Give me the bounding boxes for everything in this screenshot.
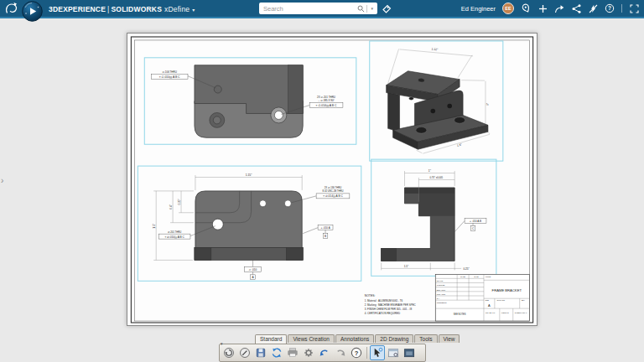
panel-options-icon[interactable] xyxy=(386,345,401,360)
standard-toolbar: ? xyxy=(219,344,426,362)
tab-standard[interactable]: Standard xyxy=(255,334,287,344)
redo-icon[interactable] xyxy=(333,345,348,360)
title-block: NAME DATE DRAWN CHECKED ENG APPR. MFG AP… xyxy=(435,274,529,321)
svg-text:SIZE: SIZE xyxy=(485,299,489,301)
svg-text:⟂ .010 A: ⟂ .010 A xyxy=(320,226,330,230)
3ds-compass-logo-icon[interactable] xyxy=(4,2,18,19)
top-bar: 3DEXPERIENCE|SOLIDWORKSxDefine▾ ▾ Ed Eng… xyxy=(0,0,644,18)
search-options-chevron-icon[interactable]: ▾ xyxy=(369,6,375,11)
front-dim-flange[interactable]: 0.20" xyxy=(178,199,181,204)
search-icon[interactable] xyxy=(357,5,365,13)
svg-text:3. FINISH CHEM FILM PER 305 -: 3. FINISH CHEM FILM PER 305 - 001 - #8 xyxy=(365,308,413,311)
drawing-title: FRAME BRACKET xyxy=(492,288,522,292)
svg-text:SCALE: 1:1: SCALE: 1:1 xyxy=(486,312,496,313)
svg-text:⌵ ∅.385 X 90°: ⌵ ∅.385 X 90° xyxy=(318,99,335,102)
toolbar-overflow-chevron-icon[interactable]: ▾ xyxy=(221,341,223,346)
settings-gear-icon[interactable] xyxy=(301,345,316,360)
front-dim-height[interactable]: 1.5" xyxy=(153,223,156,229)
lifecycle-icon[interactable] xyxy=(221,345,236,360)
iso-dim-width[interactable]: 1.12" xyxy=(431,48,439,52)
app-title: 3DEXPERIENCE|SOLIDWORKSxDefine▾ xyxy=(49,5,195,13)
undo-icon[interactable] xyxy=(317,345,332,360)
drawing-notes[interactable]: NOTES: 1. Material : ALUMINUM 6061 - T6 … xyxy=(365,294,417,315)
svg-text:?: ? xyxy=(608,5,611,11)
svg-text:DATE: DATE xyxy=(474,276,479,277)
app-menu-chevron-icon[interactable]: ▾ xyxy=(192,8,195,13)
tab-view[interactable]: View xyxy=(439,334,460,343)
search-input[interactable] xyxy=(259,5,357,13)
svg-text:1. Material : ALUMINUM 6061 -: 1. Material : ALUMINUM 6061 - T6 xyxy=(365,299,403,303)
top-view[interactable]: ∅.106 THRU ⌖ ∅.010Ⓜ A B C 2X ∅.201 THRU … xyxy=(151,65,343,138)
add-icon[interactable] xyxy=(538,3,548,13)
svg-text:4. CERTIFICATION REQUIRED: 4. CERTIFICATION REQUIRED xyxy=(365,312,400,315)
sync-icon[interactable] xyxy=(269,345,284,360)
svg-text:NOTES:: NOTES: xyxy=(365,294,376,297)
side-dim-top[interactable]: 1" xyxy=(428,169,432,173)
avatar[interactable]: EE xyxy=(502,3,514,14)
tab-annotations[interactable]: Annotations xyxy=(335,334,374,343)
svg-text:⌖ ∅.010Ⓜ A B C: ⌖ ∅.010Ⓜ A B C xyxy=(164,235,184,239)
front-view[interactable]: 1.15" 1.5" 0.4" 0.20" 2X ∅.136 THRU 8-32… xyxy=(153,173,350,279)
tab-tools[interactable]: Tools xyxy=(414,334,437,343)
revision-icon[interactable] xyxy=(237,345,252,360)
svg-text:MFG APPR.: MFG APPR. xyxy=(437,293,446,295)
front-flat-fcf[interactable]: ▱ .010 A xyxy=(245,260,262,279)
svg-text:∅.201 THRU: ∅.201 THRU xyxy=(168,230,181,234)
svg-text:DWG. NO.: DWG. NO. xyxy=(497,299,506,301)
display-panel-icon[interactable] xyxy=(402,345,417,360)
top-bar-divider xyxy=(621,4,622,13)
front-dim-width[interactable]: 1.15" xyxy=(246,173,253,177)
svg-text:SHEET 1 OF 1: SHEET 1 OF 1 xyxy=(515,312,527,313)
share-forward-icon[interactable] xyxy=(554,3,564,13)
toolbar-separator xyxy=(366,347,367,359)
side-dim-wall[interactable]: 0.25" xyxy=(463,267,469,271)
tab-views-creation[interactable]: Views Creation xyxy=(288,334,335,343)
svg-text:TITLE:: TITLE: xyxy=(486,276,491,277)
svg-text:REV: REV xyxy=(522,299,526,301)
select-tool-icon[interactable] xyxy=(370,345,385,360)
fullscreen-icon[interactable] xyxy=(629,3,639,13)
svg-text:CHECKED: CHECKED xyxy=(437,284,445,286)
brand-3dexperience: 3DEXPERIENCE xyxy=(49,5,106,13)
iso-view[interactable]: 1.12" 1" 1.5" xyxy=(387,48,490,154)
pin-icon[interactable] xyxy=(521,3,531,13)
side-view[interactable]: 1" 0.73" ±0.005 1.5" 0.25" ⟂ .010 A B C xyxy=(382,169,486,271)
svg-text:▱ .010: ▱ .010 xyxy=(249,268,257,272)
toolbar-help-icon[interactable]: ? xyxy=(349,345,364,360)
shortcut-slash-icon[interactable] xyxy=(588,3,598,13)
front-dim-step[interactable]: 0.4" xyxy=(169,204,173,209)
print-icon[interactable] xyxy=(285,345,300,360)
drawing-sheet[interactable]: ∅.106 THRU ⌖ ∅.010Ⓜ A B C 2X ∅.201 THRU … xyxy=(127,33,538,326)
app-window: 3DEXPERIENCE|SOLIDWORKSxDefine▾ ▾ Ed Eng… xyxy=(0,0,644,362)
svg-text:Q.A.: Q.A. xyxy=(437,297,440,299)
side-dim-flange[interactable]: 0.73" ±0.005 xyxy=(429,176,443,179)
svg-text:2. Marking : MACHINE ENGRAVE P: 2. Marking : MACHINE ENGRAVE PER SPEC xyxy=(365,303,417,307)
save-icon[interactable] xyxy=(253,345,268,360)
ribbon-tabs: Standard Views Creation Annotations 2D D… xyxy=(255,334,460,344)
side-dim-base[interactable]: 1.5" xyxy=(404,265,409,268)
search-bar[interactable]: ▾ xyxy=(259,3,377,14)
iso-dim-height[interactable]: 1" xyxy=(486,102,489,106)
user-name[interactable]: Ed Engineer xyxy=(461,5,496,13)
help-icon[interactable]: ? xyxy=(605,3,615,13)
brand-solidworks: SOLIDWORKS xyxy=(111,5,162,13)
left-panel-toggle-icon[interactable]: › xyxy=(1,176,3,185)
iso-dim-depth[interactable]: 1.5" xyxy=(456,142,463,147)
front-perp-fcf[interactable]: ⟂ .010 A B xyxy=(303,225,333,239)
share-nodes-icon[interactable] xyxy=(571,3,581,13)
svg-text:?: ? xyxy=(355,349,359,357)
svg-text:ENG APPR.: ENG APPR. xyxy=(437,289,446,291)
svg-text:8-32 UNC-2B THRU: 8-32 UNC-2B THRU xyxy=(322,189,343,193)
tab-2d-drawing[interactable]: 2D Drawing xyxy=(375,334,413,343)
side-fcf[interactable]: ⟂ .010 A B C xyxy=(454,219,486,232)
top-bar-right: Ed Engineer EE xyxy=(461,0,639,17)
svg-text:⌖ ∅.014Ⓜ A B C: ⌖ ∅.014Ⓜ A B C xyxy=(323,194,343,198)
material-note: SEE NOTES xyxy=(454,313,466,316)
svg-text:⌖ ∅.010Ⓜ A B C: ⌖ ∅.010Ⓜ A B C xyxy=(159,75,180,79)
svg-text:B: B xyxy=(325,235,326,238)
tag-icon[interactable] xyxy=(381,3,392,15)
svg-text:DRAWN: DRAWN xyxy=(437,280,444,282)
svg-text:WEIGHT:: WEIGHT: xyxy=(501,312,509,313)
play-compass-badge[interactable] xyxy=(22,1,43,22)
svg-text:⌖ ∅.014Ⓜ A B C: ⌖ ∅.014Ⓜ A B C xyxy=(316,104,337,107)
